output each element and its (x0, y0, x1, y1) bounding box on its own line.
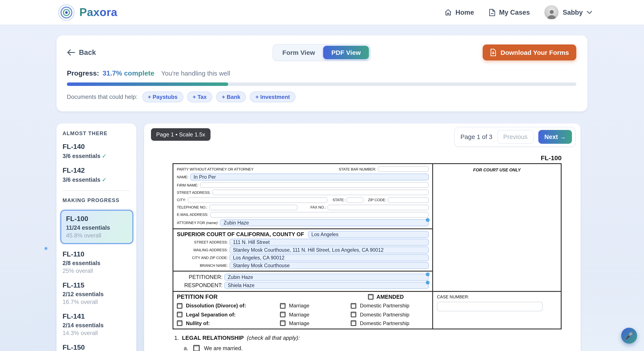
telephone-input[interactable] (209, 204, 298, 210)
state-bar-input[interactable] (378, 166, 429, 172)
court-mailing-input[interactable]: Stanley Mosk Courthouse, 111 N. Hill Str… (230, 246, 429, 253)
for-court-use-only-label: FOR COURT USE ONLY (473, 168, 521, 172)
nullity-label: Nullity of: (186, 320, 280, 326)
forms-sidebar: ALMOST THERE FL-140 3/6 essentials✓ FL-1… (56, 124, 136, 351)
respondent-input[interactable]: Shiela Haze (224, 282, 429, 289)
sidebar-item-fl-150[interactable]: FL-150 3/12 essentials 25% overall (62, 344, 130, 351)
pdf-view-tab[interactable]: PDF View (323, 46, 369, 59)
sidebar-item-fl-115[interactable]: FL-115 2/12 essentials 16.7% overall (62, 281, 130, 305)
add-bank-chip[interactable]: + Bank (216, 92, 246, 102)
petition-for-label: PETITION FOR (177, 293, 218, 300)
zip-code-input[interactable] (388, 197, 429, 203)
legal-relationship-section: 1. LEGAL RELATIONSHIP (check all that ap… (172, 334, 562, 351)
petition-section: PETITION FOR AMENDED Dissolution (Divorc… (174, 292, 432, 328)
avatar (544, 5, 559, 20)
for-court-use-only-box: FOR COURT USE ONLY (433, 164, 561, 292)
state-label: STATE: (332, 198, 345, 202)
email-label: E-MAIL ADDRESS: (177, 213, 208, 217)
firm-name-input[interactable] (200, 182, 429, 188)
form-code: FL-100 (66, 215, 128, 223)
add-paystubs-chip[interactable]: + Paystubs (142, 92, 183, 102)
nav-my-cases[interactable]: My Cases (489, 9, 530, 16)
page-indicator: Page 1 of 3 (460, 133, 492, 140)
pdf-form-fl-100: FL-100 PARTY WITHOUT ATTORNEY OR ATTORNE… (172, 154, 562, 351)
essentials-count: 3/6 essentials (62, 177, 100, 183)
essentials-count: 2/12 essentials (62, 291, 130, 297)
sidebar-item-fl-100[interactable]: FL-100 11/24 essentials 45.8% overall (60, 210, 133, 244)
court-section: SUPERIOR COURT OF CALIFORNIA, COUNTY OF … (174, 229, 432, 271)
brand-name: Paxora (79, 6, 117, 19)
legal-separation-domestic-partnership-checkbox[interactable] (351, 312, 356, 317)
nullity-domestic-partnership-checkbox[interactable] (351, 320, 356, 326)
party-header-label: PARTY WITHOUT ATTORNEY OR ATTORNEY (177, 167, 254, 171)
city-input[interactable] (188, 197, 328, 203)
case-number-label: CASE NUMBER: (437, 294, 557, 299)
nav-home[interactable]: Home (444, 9, 474, 16)
dissolution-domestic-partnership-checkbox[interactable] (351, 303, 356, 309)
fax-label: FAX NO.: (310, 205, 326, 209)
attorney-for-input[interactable]: Zubin Haze (220, 219, 429, 226)
email-input[interactable] (210, 212, 429, 218)
nav-home-label: Home (456, 9, 474, 16)
add-investment-chip[interactable]: + Investment (250, 92, 296, 102)
amended-checkbox[interactable] (368, 294, 374, 300)
court-street-input[interactable]: 111 N. Hill Street (230, 239, 429, 246)
state-bar-label: STATE BAR NUMBER: (338, 167, 376, 171)
back-button[interactable]: Back (67, 48, 96, 56)
progress-label: Progress: (67, 70, 99, 77)
progress-card: Back Form View PDF View Download Your Fo… (56, 36, 588, 111)
progress-bar-fill (67, 83, 228, 86)
overall-percent: 14.3% overall (62, 330, 130, 336)
state-input[interactable] (346, 197, 364, 203)
court-street-label: STREET ADDRESS: (177, 240, 228, 244)
sidebar-item-fl-110[interactable]: FL-110 2/8 essentials 25% overall (62, 250, 130, 274)
user-menu[interactable]: Sabby (544, 5, 592, 20)
user-name: Sabby (563, 9, 583, 16)
fax-input[interactable] (328, 204, 429, 210)
petitioner-input[interactable]: Zubin Haze (224, 274, 429, 281)
street-address-input[interactable] (212, 190, 429, 195)
county-input[interactable]: Los Angeles (308, 231, 429, 238)
voice-assistant-button[interactable]: 🎤 (621, 328, 637, 344)
dissolution-label: Dissolution (Divorce) of: (186, 303, 280, 309)
form-code: FL-141 (62, 312, 130, 320)
document-icon (489, 9, 496, 16)
add-tax-chip[interactable]: + Tax (187, 92, 212, 102)
legal-separation-checkbox[interactable] (177, 312, 182, 317)
suggested-documents: Documents that could help: + Paystubs + … (67, 92, 576, 102)
app: Paxora Home My Cases Sabby (0, 0, 644, 351)
branch-name-input[interactable]: Stanley Mosk Courthouse (230, 262, 429, 269)
we-are-married-checkbox[interactable] (193, 345, 200, 351)
nullity-marriage-checkbox[interactable] (280, 320, 286, 326)
essentials-count: 2/8 essentials (62, 260, 130, 266)
dissolution-marriage-checkbox[interactable] (280, 303, 286, 309)
sidebar-item-fl-141[interactable]: FL-141 2/14 essentials 14.3% overall (62, 312, 130, 336)
next-page-button[interactable]: Next → (538, 130, 572, 144)
check-icon: ✓ (102, 177, 107, 183)
dissolution-checkbox[interactable] (177, 303, 182, 309)
pdf-viewer: Page 1 • Scale 1.5x Page 1 of 3 Previous… (144, 124, 580, 351)
form-view-tab[interactable]: Form View (274, 46, 323, 59)
paxora-logo-icon (58, 4, 75, 21)
legal-relationship-title: LEGAL RELATIONSHIP (182, 334, 244, 341)
pagination: Page 1 of 3 Previous Next → (454, 127, 576, 147)
sidebar-item-fl-142[interactable]: FL-142 3/6 essentials✓ (62, 167, 130, 183)
street-address-label: STREET ADDRESS: (177, 190, 210, 195)
back-label: Back (79, 48, 96, 56)
legal-separation-marriage-checkbox[interactable] (280, 312, 286, 317)
previous-page-button[interactable]: Previous (497, 130, 534, 144)
case-number-box: CASE NUMBER: (433, 292, 561, 328)
court-city-zip-input[interactable]: Los Angeles, CA 90012 (230, 254, 429, 261)
case-number-input[interactable] (437, 302, 543, 311)
essentials-count: 11/24 essentials (66, 224, 128, 231)
domestic-partnership-label: Domestic Partnership (360, 303, 409, 309)
download-forms-button[interactable]: Download Your Forms (483, 44, 576, 60)
name-input[interactable]: In Pro Per (190, 174, 429, 180)
brand[interactable]: Paxora (58, 4, 117, 21)
essentials-count: 3/6 essentials (62, 153, 100, 159)
petitioner-label: PETITIONER: (177, 274, 222, 280)
section-heading-almost-there: ALMOST THERE (62, 130, 130, 136)
sidebar-item-fl-140[interactable]: FL-140 3/6 essentials✓ (62, 143, 130, 159)
check-icon: ✓ (102, 153, 107, 159)
nullity-checkbox[interactable] (177, 320, 182, 326)
